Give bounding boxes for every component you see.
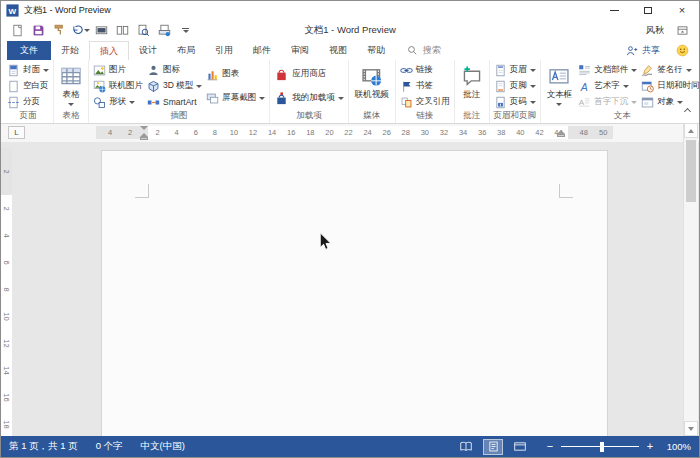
right-indent-marker[interactable] [557,130,565,137]
online-video-button[interactable]: 联机视频 [352,62,392,101]
object-button[interactable]: 对象 [640,95,700,110]
shapes-label: 形状 [109,96,126,108]
minimize-icon [610,10,619,11]
zoom-slider-thumb[interactable] [600,442,604,452]
touch-mouse-mode-button[interactable] [91,22,112,40]
tab-design[interactable]: 设计 [129,41,167,60]
tab-mailings[interactable]: 邮件 [243,41,281,60]
tab-insert[interactable]: 插入 [89,41,129,60]
maximize-button[interactable] [631,1,665,20]
tab-home[interactable]: 开始 [51,41,89,60]
print-preview-edit-button[interactable] [154,22,175,40]
margin-corner-mark-top-right [559,184,573,198]
ruler-right-margin: 4850 [568,126,613,139]
zoom-slider[interactable] [561,446,639,447]
wordart-button[interactable]: A艺术字 [577,79,638,94]
horizontal-ruler[interactable]: 42 2468101214161820222426283032343638404… [96,126,613,139]
close-button[interactable]: × [665,1,699,20]
cover-page-label: 封面 [23,64,40,76]
language-indicator[interactable]: 中文(中国) [141,440,185,453]
minimize-button[interactable] [597,1,631,20]
print-layout-button[interactable] [483,439,503,455]
date-time-button[interactable]: 日期和时间 [640,79,700,94]
hanging-indent-marker[interactable] [140,133,148,140]
icons-button[interactable]: 图标 [146,63,203,78]
store-button[interactable]: 应用商店 [273,67,345,82]
text-box-button[interactable]: 文本框 [544,62,576,106]
tab-help[interactable]: 帮助 [357,41,395,60]
document-page[interactable] [101,150,608,436]
cover-page-button[interactable]: 封面 [6,63,50,78]
print-preview-icon [137,24,150,37]
footer-button[interactable]: 页脚 [493,79,537,94]
my-addins-button[interactable]: 我的加载项 [273,91,345,106]
dropdown-caret-icon [84,29,90,32]
feedback-smiley-icon[interactable] [676,44,689,57]
scroll-up-button[interactable] [684,123,698,138]
tab-view[interactable]: 视图 [319,41,357,60]
shapes-button[interactable]: 形状 [92,95,144,110]
quick-parts-button[interactable]: 文档部件 [577,63,638,78]
group-pages: 封面 空白页 分页 页面 [3,60,54,123]
ruler-area: L 42 24681012141618202224262830323436384… [1,124,699,142]
date-time-label: 日期和时间 [657,80,700,92]
zoom-in-button[interactable]: + [645,441,655,452]
tab-file[interactable]: 文件 [7,41,51,60]
header-button[interactable]: 页眉 [493,63,537,78]
multiple-pages-button[interactable] [112,22,133,40]
dropdown-caret-icon [43,69,49,72]
tab-references[interactable]: 引用 [205,41,243,60]
ribbon-display-options-icon[interactable] [676,24,689,37]
zoom-level[interactable]: 100% [661,441,691,452]
online-pictures-button[interactable]: 联机图片 [92,79,144,94]
drop-cap-button[interactable]: A首字下沉 [577,95,638,110]
smartart-icon [147,96,160,109]
new-document-button[interactable] [7,22,28,40]
group-label-illustrations: 插图 [92,110,266,123]
page-number-button[interactable]: 页码 [493,95,537,110]
signature-line-button[interactable]: 签名行 [640,63,700,78]
link-label: 链接 [416,64,433,76]
cross-reference-button[interactable]: 交叉引用 [399,95,451,110]
save-button[interactable] [28,22,49,40]
customize-quick-access-toolbar-button[interactable] [175,22,196,40]
format-painter-button[interactable] [49,22,70,40]
maximize-icon [644,7,652,14]
vertical-scrollbar[interactable] [683,123,698,436]
3d-models-button[interactable]: 3D 模型 [146,79,203,94]
dropdown-caret-icon [259,97,265,100]
group-label-addins: 加载项 [273,110,345,123]
chart-button[interactable]: 图表 [205,67,266,82]
web-layout-button[interactable] [510,439,530,455]
read-mode-button[interactable] [456,439,476,455]
link-button[interactable]: 链接 [399,63,451,78]
first-line-indent-marker[interactable] [140,126,148,130]
vertical-ruler[interactable]: 2 24681012141618 [1,148,12,436]
scrollbar-thumb[interactable] [686,140,696,202]
screenshot-button[interactable]: 屏幕截图 [205,91,266,106]
document-area[interactable]: 2 24681012141618 [1,142,699,436]
zoom-out-button[interactable]: − [545,441,555,452]
collapse-ribbon-button[interactable] [683,107,691,115]
dropdown-caret-icon [631,101,637,104]
dropdown-caret-icon [556,103,562,106]
signed-in-user[interactable]: 风秋 [646,24,664,37]
tab-layout[interactable]: 布局 [167,41,205,60]
tell-me-search-box[interactable]: 搜索 [407,41,441,60]
tab-stop-selector[interactable]: L [8,126,25,139]
search-icon [407,45,418,56]
undo-button[interactable] [70,22,91,40]
comment-button[interactable]: 批注 [458,62,486,101]
blank-page-button[interactable]: 空白页 [6,79,50,94]
pictures-button[interactable]: 图片 [92,63,144,78]
print-preview-button[interactable] [133,22,154,40]
page-indicator[interactable]: 第 1 页，共 1 页 [9,440,78,453]
bookmark-button[interactable]: 书签 [399,79,451,94]
tab-review[interactable]: 审阅 [281,41,319,60]
table-button[interactable]: 表格 [57,62,85,106]
smartart-button[interactable]: SmartArt [146,95,203,110]
page-break-button[interactable]: 分页 [6,95,50,110]
scroll-down-button[interactable] [684,421,698,436]
share-button[interactable]: 共享 [626,44,660,57]
word-count[interactable]: 0 个字 [96,440,123,453]
